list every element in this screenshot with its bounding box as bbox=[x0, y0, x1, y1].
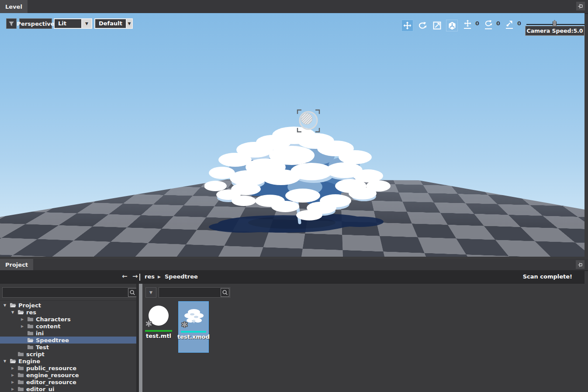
search-icon bbox=[222, 289, 228, 296]
asset-tile-test-mtl[interactable]: test.mtl bbox=[143, 301, 174, 353]
scale-snap-toggle[interactable] bbox=[504, 20, 515, 29]
asset-type-bar bbox=[181, 331, 206, 333]
pin-button[interactable] bbox=[576, 2, 585, 10]
snap-underline bbox=[485, 28, 492, 29]
rotate-tool-button[interactable] bbox=[416, 20, 428, 31]
modified-asterisk-badge bbox=[145, 320, 152, 327]
search-icon bbox=[129, 289, 135, 296]
tree-item-label: engine_resource bbox=[26, 372, 79, 378]
render-mode-value: Lit bbox=[55, 19, 81, 28]
folder-search bbox=[2, 287, 138, 298]
move-tool-button[interactable] bbox=[401, 20, 413, 31]
folder-open-icon bbox=[10, 358, 16, 364]
viewport-options-button[interactable] bbox=[6, 18, 17, 29]
chevron-right-icon[interactable]: ▶ bbox=[11, 380, 17, 384]
tree-item-script[interactable]: script bbox=[0, 351, 137, 358]
tree-item-label: Characters bbox=[36, 316, 71, 323]
chevron-right-icon[interactable]: ▶ bbox=[11, 387, 17, 391]
light-gizmo[interactable] bbox=[294, 108, 322, 134]
coordinate-system-icon bbox=[448, 21, 457, 30]
tree-item-label: Test bbox=[36, 344, 49, 351]
tree-shadow bbox=[209, 214, 384, 233]
chevron-right-icon[interactable]: ▶ bbox=[11, 373, 17, 377]
rotate-tool-icon bbox=[418, 21, 427, 30]
chevron-down-icon[interactable]: ▼ bbox=[3, 303, 10, 307]
snap-underline bbox=[506, 28, 513, 29]
pin-icon bbox=[578, 262, 583, 268]
chevron-right-icon[interactable]: ▶ bbox=[11, 366, 17, 370]
asset-search bbox=[159, 287, 230, 298]
folder-search-input[interactable] bbox=[3, 289, 128, 296]
asset-tile-test-xmod[interactable]: test.xmod bbox=[178, 301, 209, 353]
render-mode-select[interactable]: Lit ▼ bbox=[54, 18, 92, 29]
tree-item-editor-ui[interactable]: ▶ editor_ui bbox=[0, 385, 137, 392]
tree-item-label: Project bbox=[18, 302, 41, 309]
tree-item-speedtree[interactable]: Speedtree bbox=[0, 337, 137, 344]
folder-open-icon bbox=[17, 309, 24, 315]
move-snap-toggle[interactable] bbox=[462, 20, 473, 29]
perspective-button[interactable]: Perspective bbox=[19, 18, 52, 29]
tree-item-ini[interactable]: ini bbox=[0, 330, 137, 337]
scale-tool-button[interactable] bbox=[431, 20, 443, 31]
light-gizmo-disc bbox=[301, 113, 312, 124]
move-snap-value[interactable]: 0 bbox=[475, 20, 479, 27]
tree-item-engine-resource[interactable]: ▶ engine_resource bbox=[0, 371, 137, 378]
tree-foliage bbox=[204, 127, 391, 220]
tree-mesh[interactable] bbox=[204, 117, 398, 236]
pin-icon bbox=[578, 3, 584, 9]
filter-dropdown-button[interactable]: ▼ bbox=[145, 287, 156, 298]
folder-icon bbox=[27, 316, 34, 322]
tree-item-label: content bbox=[36, 323, 60, 330]
funnel-icon bbox=[7, 21, 15, 27]
pin-button[interactable] bbox=[576, 260, 585, 269]
scale-snap-value[interactable]: 0 bbox=[517, 20, 521, 27]
tree-item-label: res bbox=[26, 309, 36, 316]
tree-item-project[interactable]: ▼ Project bbox=[0, 302, 137, 309]
folder-icon bbox=[17, 365, 24, 371]
breadcrumb-current[interactable]: Speedtree bbox=[165, 273, 198, 280]
tab-level[interactable]: Level bbox=[0, 0, 28, 13]
snap-rotate-icon bbox=[484, 20, 492, 28]
camera-speed-label: Camera Speed:5.0 bbox=[525, 26, 585, 36]
view-profile-select[interactable]: Default ▼ bbox=[94, 18, 133, 29]
editor-window: Level bbox=[0, 0, 588, 392]
tree-item-label: editor_ui bbox=[26, 386, 54, 392]
snap-underline bbox=[464, 28, 471, 29]
breadcrumb-root[interactable]: res bbox=[145, 273, 155, 280]
rotate-snap-value[interactable]: 0 bbox=[496, 20, 500, 27]
scan-status: Scan complete! bbox=[523, 273, 572, 280]
chevron-down-icon: ▼ bbox=[126, 19, 132, 28]
level-viewport[interactable]: Perspective Lit ▼ Default ▼ bbox=[0, 13, 585, 257]
coordinate-system-button[interactable] bbox=[446, 20, 458, 31]
asset-search-input[interactable] bbox=[159, 289, 221, 296]
folder-icon bbox=[17, 379, 24, 385]
chevron-down-icon[interactable]: ▼ bbox=[3, 359, 10, 363]
chevron-down-icon: ▼ bbox=[149, 290, 152, 295]
tree-item-engine[interactable]: ▼ Engine bbox=[0, 358, 137, 364]
tree-item-test[interactable]: Test bbox=[0, 344, 137, 351]
tree-item-public-resource[interactable]: ▶ public_resource bbox=[0, 364, 137, 371]
level-tabbar: Level bbox=[0, 0, 588, 14]
tree-item-editor-resource[interactable]: ▶ editor_resource bbox=[0, 378, 137, 385]
chevron-right-icon[interactable]: ▶ bbox=[21, 324, 27, 328]
tab-level-label: Level bbox=[5, 3, 22, 10]
search-button[interactable] bbox=[221, 288, 229, 297]
tree-item-res[interactable]: ▼ res bbox=[0, 309, 137, 316]
rotate-snap-toggle[interactable] bbox=[483, 20, 494, 29]
chevron-down-icon[interactable]: ▼ bbox=[11, 310, 17, 314]
tree-item-label: ini bbox=[36, 330, 44, 337]
tree-item-content[interactable]: ▶ content bbox=[0, 323, 137, 330]
folder-icon bbox=[17, 372, 24, 378]
back-button[interactable]: ← bbox=[122, 272, 128, 280]
tab-project[interactable]: Project bbox=[0, 259, 33, 270]
tree-item-label: editor_resource bbox=[26, 379, 76, 385]
snap-move-icon bbox=[464, 20, 471, 27]
chevron-right-icon[interactable]: ▶ bbox=[21, 317, 27, 321]
asset-name: test.xmod bbox=[176, 334, 211, 340]
project-tabbar: Project bbox=[0, 259, 588, 271]
tree-item-label: script bbox=[26, 351, 45, 358]
search-button[interactable] bbox=[128, 288, 137, 297]
folder-tree: ▼ Project ▼ res ▶ Characters ▶ content i… bbox=[0, 300, 137, 392]
tree-item-characters[interactable]: ▶ Characters bbox=[0, 316, 137, 323]
forward-button[interactable]: → bbox=[132, 272, 138, 280]
